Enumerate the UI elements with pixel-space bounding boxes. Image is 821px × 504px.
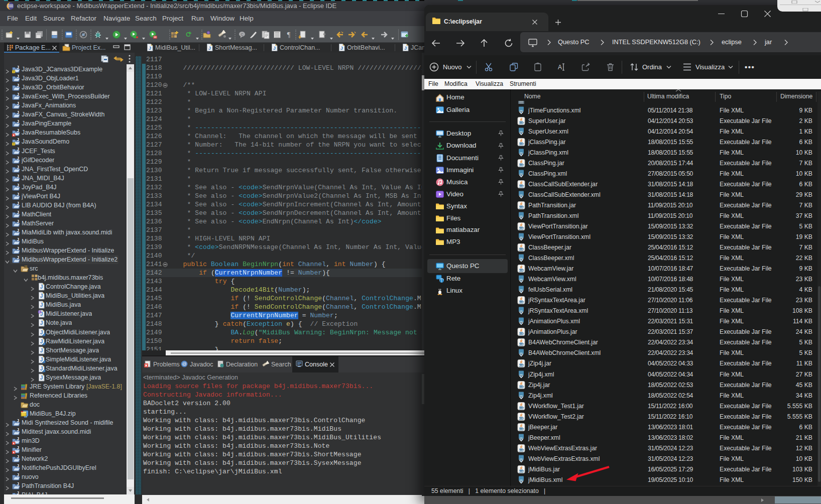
svg-text:J: J: [17, 156, 19, 161]
svg-text:J: J: [40, 375, 43, 381]
svg-text:J: J: [40, 302, 43, 308]
svg-text:A: A: [558, 64, 562, 71]
svg-text:J: J: [17, 219, 19, 224]
svg-text:J: J: [17, 464, 19, 468]
svg-text:!: !: [13, 70, 14, 73]
svg-text:J: J: [17, 419, 19, 423]
svg-text:J: J: [17, 237, 19, 242]
svg-text:I: I: [39, 310, 40, 314]
svg-text:J: J: [40, 293, 43, 299]
svg-text:J: J: [340, 45, 343, 51]
svg-text:J: J: [17, 74, 19, 79]
svg-text:C: C: [241, 33, 243, 36]
svg-text:J: J: [17, 119, 19, 124]
svg-text:J: J: [17, 428, 19, 432]
svg-text:¶: ¶: [287, 31, 291, 39]
svg-text:J: J: [17, 147, 19, 152]
svg-text:J: J: [17, 473, 19, 477]
svg-text:J: J: [17, 83, 19, 88]
svg-text:J: J: [17, 174, 19, 179]
svg-text:J: J: [17, 455, 19, 459]
svg-text:J: J: [17, 228, 19, 233]
svg-text:J: J: [17, 92, 19, 97]
svg-text:J: J: [17, 192, 19, 197]
svg-text:J: J: [17, 183, 19, 188]
svg-text:J: J: [40, 339, 43, 344]
svg-text:J: J: [40, 320, 43, 326]
svg-text:J: J: [17, 110, 19, 115]
svg-text:J: J: [208, 45, 211, 51]
svg-text:J: J: [17, 437, 19, 441]
svg-text:J: J: [40, 366, 43, 371]
svg-text:J: J: [17, 201, 19, 206]
svg-text:J: J: [149, 45, 151, 51]
svg-text:J: J: [17, 210, 19, 215]
svg-text:J: J: [40, 330, 43, 335]
svg-text:J: J: [17, 129, 19, 133]
svg-text:J: J: [17, 138, 19, 142]
svg-text:!: !: [13, 143, 14, 146]
svg-text:J: J: [17, 246, 19, 251]
svg-text:J: J: [40, 357, 43, 362]
svg-text:J: J: [17, 165, 19, 170]
svg-text:J: J: [17, 446, 19, 450]
svg-text:J: J: [17, 65, 19, 70]
svg-text:J: J: [17, 101, 19, 106]
svg-text:J: J: [40, 348, 43, 353]
svg-text:J: J: [273, 45, 276, 51]
svg-text:J: J: [404, 45, 407, 51]
svg-text:J: J: [17, 256, 19, 260]
svg-text:J: J: [40, 284, 43, 290]
svg-text:J: J: [17, 482, 19, 486]
svg-text:010: 010: [52, 35, 57, 38]
svg-text:@: @: [182, 361, 186, 366]
